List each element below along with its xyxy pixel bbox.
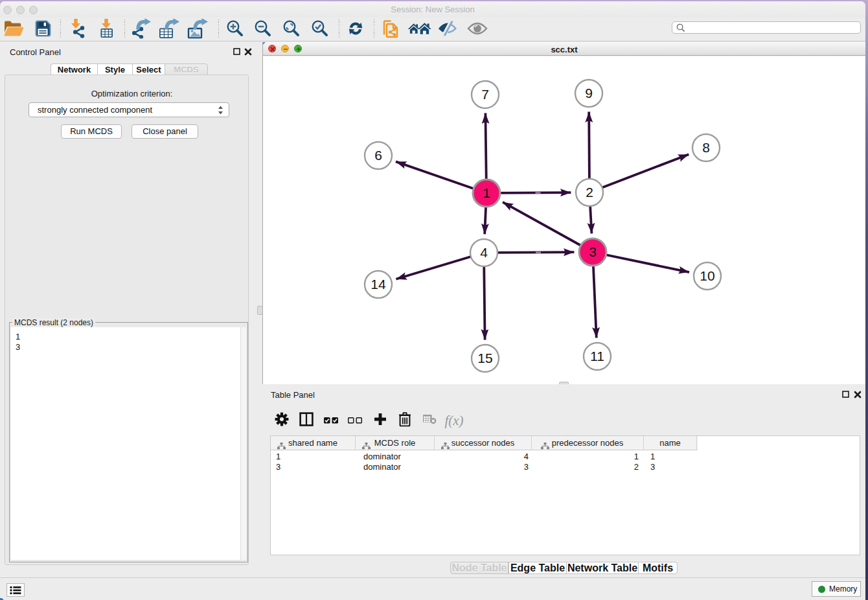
svg-text:1: 1 xyxy=(483,185,490,200)
svg-text:4: 4 xyxy=(480,245,488,260)
svg-text:6: 6 xyxy=(374,148,382,163)
svg-text:10: 10 xyxy=(700,268,714,283)
svg-text:2: 2 xyxy=(586,185,593,200)
svg-text:7: 7 xyxy=(481,87,489,102)
svg-text:3: 3 xyxy=(589,244,597,259)
svg-text:11: 11 xyxy=(590,349,604,363)
svg-text:14: 14 xyxy=(371,277,386,292)
svg-text:9: 9 xyxy=(585,86,593,100)
svg-text:15: 15 xyxy=(477,351,492,365)
svg-text:8: 8 xyxy=(702,140,710,155)
